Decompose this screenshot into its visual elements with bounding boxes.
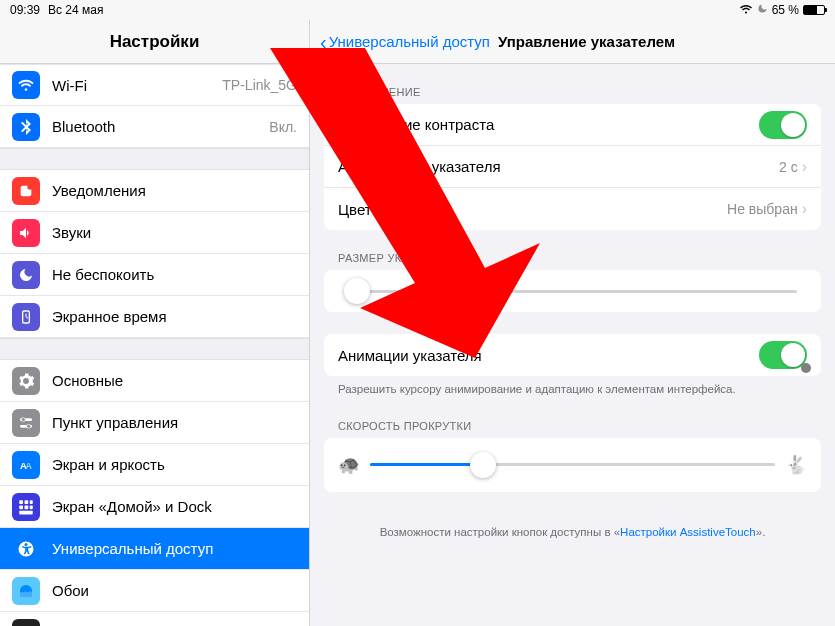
- assistivetouch-note: Возможности настройки кнопок доступны в …: [324, 526, 821, 538]
- row-animations[interactable]: Анимации указателя: [324, 334, 821, 376]
- svg-rect-15: [19, 510, 33, 514]
- gear-icon: [12, 367, 40, 395]
- page-title: Управление указателем: [498, 33, 675, 50]
- row-contrast[interactable]: Увеличение контраста: [324, 104, 821, 146]
- home-dock-icon: [12, 493, 40, 521]
- wallpaper-icon: [12, 577, 40, 605]
- sidebar-item-label: Основные: [52, 372, 297, 389]
- svg-rect-13: [25, 505, 29, 509]
- sidebar-item-sounds[interactable]: Звуки: [0, 212, 309, 254]
- row-scroll-speed[interactable]: 🐢 🐇: [324, 438, 821, 492]
- sidebar-item-general[interactable]: Основные: [0, 360, 309, 402]
- display-icon: AA: [12, 451, 40, 479]
- sidebar-item-label: Обои: [52, 582, 297, 599]
- svg-point-6: [27, 424, 31, 428]
- row-color[interactable]: Цвет Не выбран ›: [324, 188, 821, 230]
- sidebar-item-dnd[interactable]: Не беспокоить: [0, 254, 309, 296]
- svg-point-1: [27, 184, 32, 189]
- svg-rect-12: [19, 505, 23, 509]
- sidebar-item-label: Не беспокоить: [52, 266, 297, 283]
- status-date: Вс 24 мая: [48, 3, 103, 17]
- chevron-right-icon: ›: [802, 158, 807, 176]
- accessibility-icon: [12, 535, 40, 563]
- toggle-animations[interactable]: [759, 341, 807, 369]
- sidebar-item-label: Экран и яркость: [52, 456, 297, 473]
- sidebar-item-home-dock[interactable]: Экран «Домой» и Dock: [0, 486, 309, 528]
- assistivetouch-link[interactable]: Настройки AssistiveTouch: [620, 526, 756, 538]
- sidebar-item-label: Уведомления: [52, 182, 297, 199]
- chevron-right-icon: ›: [802, 200, 807, 218]
- sidebar-item-value: TP-Link_5G: [222, 77, 297, 93]
- sidebar-item-label: Универсальный доступ: [52, 540, 297, 557]
- screentime-icon: [12, 303, 40, 331]
- back-button[interactable]: ‹ Универсальный доступ: [320, 32, 490, 52]
- scroll-speed-slider[interactable]: [370, 463, 775, 466]
- row-label: Цвет: [338, 201, 727, 218]
- row-pointer-size[interactable]: [324, 270, 821, 312]
- rabbit-icon: 🐇: [785, 454, 807, 476]
- sidebar-item-value: Вкл.: [269, 119, 297, 135]
- status-bar: 09:39 Вс 24 мая 65 %: [0, 0, 835, 20]
- svg-point-17: [25, 543, 28, 546]
- dnd-icon: [12, 261, 40, 289]
- battery-icon: [803, 5, 825, 15]
- row-value: 2 с: [779, 159, 798, 175]
- sidebar-item-siri[interactable]: Siri и Поиск: [0, 612, 309, 626]
- svg-point-5: [21, 417, 25, 421]
- row-label: Увеличение контраста: [338, 116, 759, 133]
- sidebar-item-notifications[interactable]: Уведомления: [0, 170, 309, 212]
- animations-footer: Разрешить курсору анимирование и адаптац…: [324, 376, 821, 398]
- control-center-icon: [12, 409, 40, 437]
- sidebar-item-label: Экранное время: [52, 308, 297, 325]
- sidebar-item-wifi[interactable]: Wi-Fi TP-Link_5G: [0, 64, 309, 106]
- toggle-contrast[interactable]: [759, 111, 807, 139]
- svg-rect-14: [30, 505, 33, 509]
- svg-rect-9: [19, 500, 23, 504]
- sidebar-item-screentime[interactable]: Экранное время: [0, 296, 309, 338]
- status-time: 09:39: [10, 3, 40, 17]
- sidebar-item-label: Wi-Fi: [52, 77, 210, 94]
- sidebar-item-bluetooth[interactable]: Bluetooth Вкл.: [0, 106, 309, 148]
- battery-percent: 65 %: [772, 3, 799, 17]
- sidebar-item-label: Пункт управления: [52, 414, 297, 431]
- sidebar-item-control-center[interactable]: Пункт управления: [0, 402, 309, 444]
- svg-text:A: A: [25, 461, 32, 471]
- wifi-icon: [739, 3, 753, 17]
- sidebar-title: Настройки: [0, 20, 309, 64]
- sidebar-item-accessibility[interactable]: Универсальный доступ: [0, 528, 309, 570]
- row-label: Анимации указателя: [338, 347, 759, 364]
- detail-header: ‹ Универсальный доступ Управление указат…: [310, 20, 835, 64]
- notifications-icon: [12, 177, 40, 205]
- row-value: Не выбран: [727, 201, 798, 217]
- siri-icon: [12, 619, 40, 627]
- detail-pane: ‹ Универсальный доступ Управление указат…: [310, 20, 835, 626]
- svg-rect-11: [30, 500, 33, 504]
- section-header-scroll: СКОРОСТЬ ПРОКРУТКИ: [324, 398, 821, 438]
- section-header-size: РАЗМЕР УКАЗАТЕЛЯ: [324, 230, 821, 270]
- back-label: Универсальный доступ: [329, 33, 490, 50]
- section-header-appearance: ОФОРМЛЕНИЕ: [324, 64, 821, 104]
- settings-sidebar: Настройки Wi-Fi TP-Link_5G Bluetooth Вкл…: [0, 20, 310, 626]
- sidebar-item-wallpaper[interactable]: Обои: [0, 570, 309, 612]
- row-label: Автоскрытие указателя: [338, 158, 779, 175]
- pointer-size-slider[interactable]: [348, 290, 797, 293]
- row-autohide[interactable]: Автоскрытие указателя 2 с ›: [324, 146, 821, 188]
- svg-rect-10: [25, 500, 29, 504]
- bluetooth-icon: [12, 113, 40, 141]
- sidebar-item-label: Экран «Домой» и Dock: [52, 498, 297, 515]
- sidebar-item-label: Звуки: [52, 224, 297, 241]
- dnd-icon: [757, 3, 768, 17]
- wifi-icon: [12, 71, 40, 99]
- chevron-left-icon: ‹: [320, 32, 327, 52]
- sounds-icon: [12, 219, 40, 247]
- sidebar-item-display[interactable]: AA Экран и яркость: [0, 444, 309, 486]
- sidebar-item-label: Bluetooth: [52, 118, 257, 135]
- turtle-icon: 🐢: [338, 454, 360, 476]
